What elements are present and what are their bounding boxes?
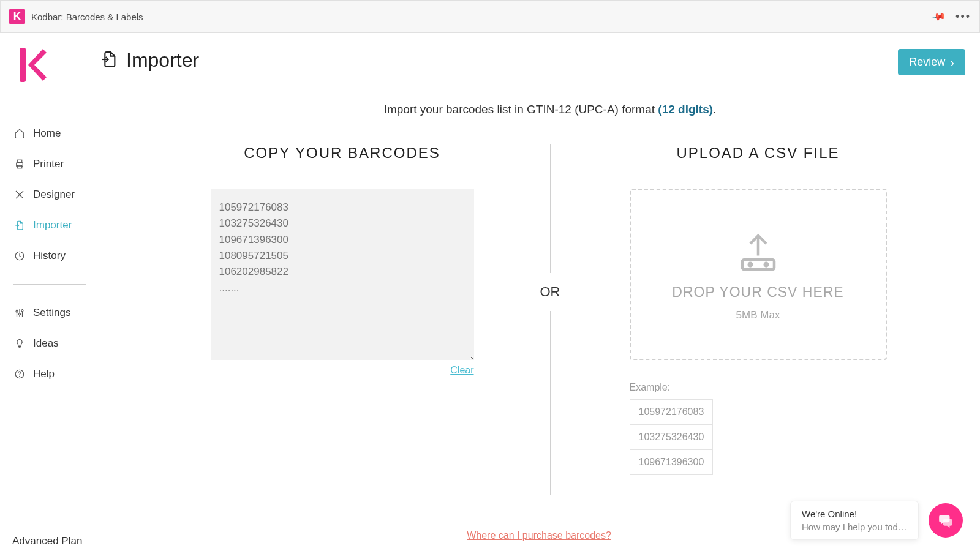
sidebar-item-printer[interactable]: Printer [13,158,98,170]
sidebar: Home Printer Designer Importer History S… [0,87,98,550]
svg-rect-2 [17,160,22,163]
sidebar-item-label: Settings [33,307,70,319]
barcodes-textarea[interactable] [211,189,474,360]
upload-csv-column: UPLOAD A CSV FILE DROP YOUR CSV HERE 5MB… [551,144,965,475]
intro-suffix: . [713,103,716,116]
plan-label: Advanced Plan [12,535,89,547]
home-icon [13,128,26,139]
example-cell: 105972176083 [630,400,713,425]
svg-rect-0 [20,48,26,82]
review-button-label: Review [909,56,945,69]
printer-icon [13,159,26,170]
review-button[interactable]: Review › [898,49,965,75]
sidebar-item-designer[interactable]: Designer [13,189,98,201]
more-menu-icon[interactable]: ••• [956,10,971,23]
designer-icon [13,189,26,200]
sidebar-item-label: Home [33,127,61,140]
sidebar-item-label: Help [33,368,55,380]
sidebar-item-ideas[interactable]: Ideas [13,337,98,350]
sidebar-item-label: Printer [33,158,64,170]
chat-fab-button[interactable] [929,503,963,538]
dropzone-subtext: 5MB Max [736,309,780,321]
page-title: Importer [126,49,199,72]
copy-barcodes-heading: COPY YOUR BARCODES [244,144,440,162]
svg-point-5 [16,310,18,312]
pin-icon[interactable]: 📌 [930,8,946,24]
history-icon [13,250,26,261]
app-title: Kodbar: Barcodes & Labels [31,12,143,22]
sidebar-item-label: History [33,250,66,262]
brand-logo [16,45,50,87]
chat-line2: How may I help you toda... [802,522,907,532]
example-cell: 109671396300 [630,450,713,475]
example-table: 105972176083 103275326430 109671396300 [630,399,714,475]
sidebar-item-importer[interactable]: Importer [13,219,98,231]
svg-point-9 [20,376,20,377]
svg-point-6 [19,313,21,315]
svg-point-7 [21,310,23,312]
help-icon [13,369,26,380]
svg-point-12 [764,263,767,266]
dropzone-text: DROP YOUR CSV HERE [672,284,843,301]
sidebar-item-settings[interactable]: Settings [13,307,98,319]
purchase-barcodes-link[interactable]: Where can I purchase barcodes? [467,530,611,541]
chat-widget: We're Online! How may I help you toda... [790,501,963,540]
svg-point-11 [748,263,752,266]
intro-prefix: Import your barcodes list in GTIN-12 (UP… [384,103,658,116]
app-titlebar: K Kodbar: Barcodes & Labels 📌 ••• [0,0,980,33]
sidebar-item-history[interactable]: History [13,250,98,262]
sidebar-item-help[interactable]: Help [13,368,98,380]
clear-link[interactable]: Clear [450,365,473,375]
sidebar-item-home[interactable]: Home [13,127,98,140]
example-label: Example: [630,382,887,393]
chat-popup[interactable]: We're Online! How may I help you toda... [790,501,919,540]
intro-digits-link[interactable]: (12 digits) [658,103,713,116]
csv-dropzone[interactable]: DROP YOUR CSV HERE 5MB Max [630,189,887,360]
chat-line1: We're Online! [802,509,907,519]
chat-bubbles-icon [938,512,954,528]
example-cell: 103275326430 [630,425,713,450]
sidebar-item-label: Ideas [33,337,59,350]
chevron-right-icon: › [950,56,954,69]
upload-icon [734,228,782,276]
svg-rect-10 [742,260,774,269]
upload-csv-heading: UPLOAD A CSV FILE [676,144,839,162]
sidebar-item-label: Designer [33,189,75,201]
svg-rect-3 [17,165,22,168]
main-content: Import your barcodes list in GTIN-12 (UP… [98,87,980,550]
intro-text: Import your barcodes list in GTIN-12 (UP… [135,103,965,116]
importer-nav-icon [13,220,26,231]
ideas-icon [13,338,26,349]
sidebar-item-label: Importer [33,219,72,231]
copy-barcodes-column: COPY YOUR BARCODES Clear [135,144,549,376]
sidebar-divider [13,284,86,285]
settings-icon [13,307,26,318]
importer-icon [99,50,119,72]
app-logo-small: K [9,9,25,24]
